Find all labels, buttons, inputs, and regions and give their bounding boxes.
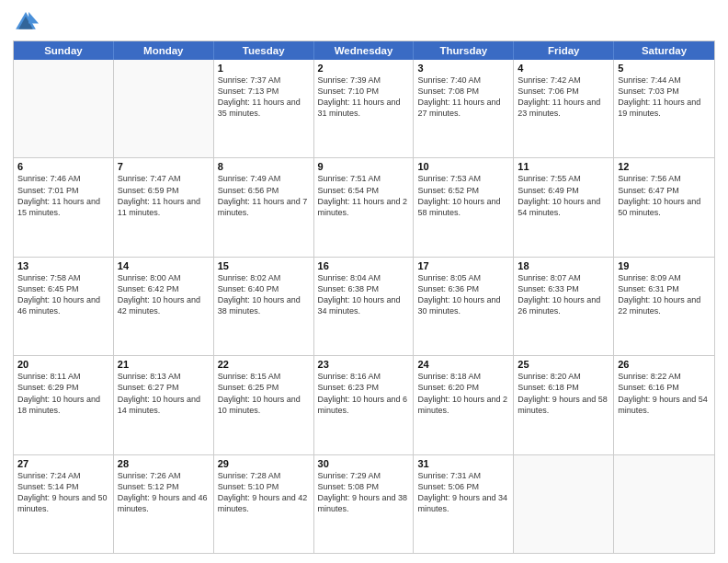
day-cell-19: 19Sunrise: 8:09 AM Sunset: 6:31 PM Dayli…: [614, 258, 714, 355]
day-number: 31: [417, 458, 509, 469]
day-cell-11: 11Sunrise: 7:55 AM Sunset: 6:49 PM Dayli…: [514, 158, 614, 256]
day-number: 28: [118, 458, 210, 469]
calendar-header: SundayMondayTuesdayWednesdayThursdayFrid…: [14, 41, 714, 60]
day-cell-12: 12Sunrise: 7:56 AM Sunset: 6:47 PM Dayli…: [614, 158, 714, 256]
day-cell-13: 13Sunrise: 7:58 AM Sunset: 6:45 PM Dayli…: [14, 258, 114, 355]
day-cell-24: 24Sunrise: 8:18 AM Sunset: 6:20 PM Dayli…: [414, 356, 514, 454]
day-cell-29: 29Sunrise: 7:28 AM Sunset: 5:10 PM Dayli…: [214, 455, 314, 553]
day-header-thursday: Thursday: [414, 41, 514, 60]
day-info: Sunrise: 7:24 AM Sunset: 5:14 PM Dayligh…: [17, 470, 109, 515]
svg-marker-2: [28, 12, 39, 23]
day-number: 24: [417, 359, 509, 370]
empty-cell: [514, 455, 614, 553]
week-row-4: 27Sunrise: 7:24 AM Sunset: 5:14 PM Dayli…: [14, 454, 714, 553]
logo: [13, 9, 42, 35]
day-header-wednesday: Wednesday: [314, 41, 415, 60]
day-number: 19: [618, 260, 711, 271]
day-number: 13: [17, 260, 109, 271]
day-cell-8: 8Sunrise: 7:49 AM Sunset: 6:56 PM Daylig…: [214, 158, 314, 256]
day-info: Sunrise: 8:09 AM Sunset: 6:31 PM Dayligh…: [618, 272, 711, 317]
day-number: 11: [518, 161, 609, 172]
day-cell-17: 17Sunrise: 8:05 AM Sunset: 6:36 PM Dayli…: [414, 258, 514, 355]
day-info: Sunrise: 7:53 AM Sunset: 6:52 PM Dayligh…: [417, 173, 509, 218]
day-cell-3: 3Sunrise: 7:40 AM Sunset: 7:08 PM Daylig…: [414, 60, 514, 157]
day-info: Sunrise: 7:26 AM Sunset: 5:12 PM Dayligh…: [118, 470, 210, 515]
day-number: 4: [518, 63, 609, 74]
day-header-tuesday: Tuesday: [214, 41, 314, 60]
day-number: 10: [417, 161, 509, 172]
header: [13, 9, 715, 35]
day-info: Sunrise: 8:11 AM Sunset: 6:29 PM Dayligh…: [17, 371, 109, 416]
day-header-saturday: Saturday: [614, 41, 714, 60]
day-info: Sunrise: 7:51 AM Sunset: 6:54 PM Dayligh…: [318, 173, 410, 218]
day-cell-16: 16Sunrise: 8:04 AM Sunset: 6:38 PM Dayli…: [314, 258, 415, 355]
day-cell-7: 7Sunrise: 7:47 AM Sunset: 6:59 PM Daylig…: [114, 158, 214, 256]
day-info: Sunrise: 8:02 AM Sunset: 6:40 PM Dayligh…: [218, 272, 310, 317]
day-number: 18: [518, 260, 609, 271]
day-cell-2: 2Sunrise: 7:39 AM Sunset: 7:10 PM Daylig…: [314, 60, 415, 157]
day-info: Sunrise: 7:29 AM Sunset: 5:08 PM Dayligh…: [318, 470, 410, 515]
day-number: 6: [17, 161, 109, 172]
day-number: 5: [618, 63, 711, 74]
day-number: 27: [17, 458, 109, 469]
day-number: 25: [518, 359, 609, 370]
day-info: Sunrise: 7:28 AM Sunset: 5:10 PM Dayligh…: [218, 470, 310, 515]
day-info: Sunrise: 7:55 AM Sunset: 6:49 PM Dayligh…: [518, 173, 609, 218]
day-info: Sunrise: 8:16 AM Sunset: 6:23 PM Dayligh…: [318, 371, 410, 416]
page: SundayMondayTuesdayWednesdayThursdayFrid…: [0, 0, 728, 563]
day-cell-15: 15Sunrise: 8:02 AM Sunset: 6:40 PM Dayli…: [214, 258, 314, 355]
day-info: Sunrise: 7:31 AM Sunset: 5:06 PM Dayligh…: [417, 470, 509, 515]
day-info: Sunrise: 8:00 AM Sunset: 6:42 PM Dayligh…: [118, 272, 210, 317]
empty-cell: [114, 60, 214, 157]
day-info: Sunrise: 8:15 AM Sunset: 6:25 PM Dayligh…: [218, 371, 310, 416]
day-cell-28: 28Sunrise: 7:26 AM Sunset: 5:12 PM Dayli…: [114, 455, 214, 553]
week-row-2: 13Sunrise: 7:58 AM Sunset: 6:45 PM Dayli…: [14, 257, 714, 355]
day-info: Sunrise: 7:42 AM Sunset: 7:06 PM Dayligh…: [518, 75, 609, 120]
day-header-sunday: Sunday: [14, 41, 114, 60]
week-row-0: 1Sunrise: 7:37 AM Sunset: 7:13 PM Daylig…: [14, 60, 714, 157]
day-number: 15: [218, 260, 310, 271]
day-cell-1: 1Sunrise: 7:37 AM Sunset: 7:13 PM Daylig…: [214, 60, 314, 157]
logo-icon: [13, 9, 39, 35]
day-info: Sunrise: 8:04 AM Sunset: 6:38 PM Dayligh…: [318, 272, 410, 317]
day-cell-31: 31Sunrise: 7:31 AM Sunset: 5:06 PM Dayli…: [414, 455, 514, 553]
day-number: 26: [618, 359, 711, 370]
week-row-1: 6Sunrise: 7:46 AM Sunset: 7:01 PM Daylig…: [14, 157, 714, 256]
day-info: Sunrise: 7:39 AM Sunset: 7:10 PM Dayligh…: [318, 75, 410, 120]
day-info: Sunrise: 7:46 AM Sunset: 7:01 PM Dayligh…: [17, 173, 109, 218]
day-cell-21: 21Sunrise: 8:13 AM Sunset: 6:27 PM Dayli…: [114, 356, 214, 454]
day-number: 9: [318, 161, 410, 172]
day-number: 30: [318, 458, 410, 469]
day-cell-22: 22Sunrise: 8:15 AM Sunset: 6:25 PM Dayli…: [214, 356, 314, 454]
day-number: 2: [318, 63, 410, 74]
day-info: Sunrise: 7:44 AM Sunset: 7:03 PM Dayligh…: [618, 75, 711, 120]
day-number: 12: [618, 161, 711, 172]
day-info: Sunrise: 8:22 AM Sunset: 6:16 PM Dayligh…: [618, 371, 711, 416]
day-info: Sunrise: 7:37 AM Sunset: 7:13 PM Dayligh…: [218, 75, 310, 120]
day-number: 29: [218, 458, 310, 469]
day-cell-14: 14Sunrise: 8:00 AM Sunset: 6:42 PM Dayli…: [114, 258, 214, 355]
empty-cell: [14, 60, 114, 157]
day-info: Sunrise: 7:56 AM Sunset: 6:47 PM Dayligh…: [618, 173, 711, 218]
day-number: 14: [118, 260, 210, 271]
day-cell-23: 23Sunrise: 8:16 AM Sunset: 6:23 PM Dayli…: [314, 356, 415, 454]
day-number: 3: [417, 63, 509, 74]
calendar: SundayMondayTuesdayWednesdayThursdayFrid…: [13, 40, 715, 554]
day-cell-9: 9Sunrise: 7:51 AM Sunset: 6:54 PM Daylig…: [314, 158, 415, 256]
day-cell-5: 5Sunrise: 7:44 AM Sunset: 7:03 PM Daylig…: [614, 60, 714, 157]
day-number: 7: [118, 161, 210, 172]
day-info: Sunrise: 8:13 AM Sunset: 6:27 PM Dayligh…: [118, 371, 210, 416]
day-cell-18: 18Sunrise: 8:07 AM Sunset: 6:33 PM Dayli…: [514, 258, 614, 355]
day-number: 17: [417, 260, 509, 271]
empty-cell: [614, 455, 714, 553]
day-number: 22: [218, 359, 310, 370]
week-row-3: 20Sunrise: 8:11 AM Sunset: 6:29 PM Dayli…: [14, 355, 714, 454]
day-cell-4: 4Sunrise: 7:42 AM Sunset: 7:06 PM Daylig…: [514, 60, 614, 157]
day-header-friday: Friday: [514, 41, 614, 60]
calendar-body: 1Sunrise: 7:37 AM Sunset: 7:13 PM Daylig…: [14, 60, 714, 553]
day-number: 1: [218, 63, 310, 74]
day-number: 20: [17, 359, 109, 370]
day-info: Sunrise: 8:07 AM Sunset: 6:33 PM Dayligh…: [518, 272, 609, 317]
day-number: 8: [218, 161, 310, 172]
day-cell-10: 10Sunrise: 7:53 AM Sunset: 6:52 PM Dayli…: [414, 158, 514, 256]
